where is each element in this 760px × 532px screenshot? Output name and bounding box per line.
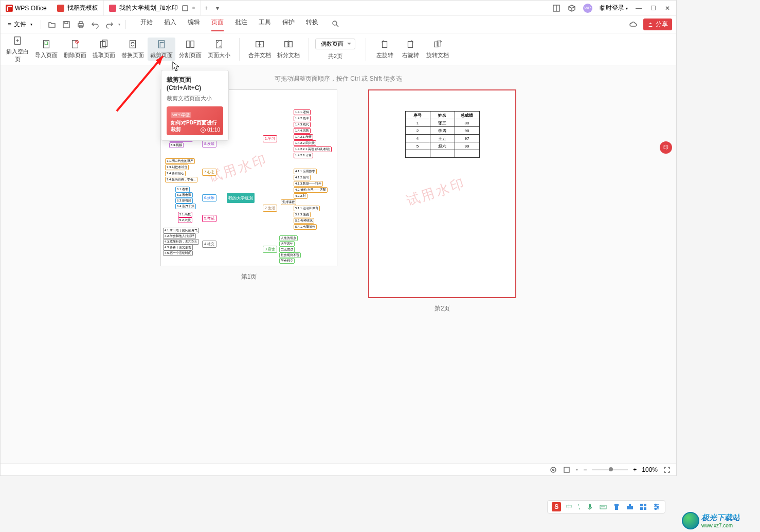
open-icon[interactable] bbox=[46, 19, 58, 30]
sogou-logo-icon[interactable]: S bbox=[552, 502, 561, 511]
app-menu[interactable]: ≡ 文件 ▾ bbox=[5, 20, 35, 29]
save-icon[interactable] bbox=[61, 19, 72, 30]
insert-blank-page-button[interactable]: 插入空白页 bbox=[4, 34, 31, 65]
split-page-button[interactable]: 分割页面 bbox=[176, 38, 204, 61]
view-single-icon[interactable] bbox=[549, 466, 557, 474]
user-avatar[interactable]: WP bbox=[583, 4, 592, 13]
close-button[interactable]: ✕ bbox=[664, 5, 671, 12]
app-brand: WPS Office bbox=[1, 1, 52, 15]
mm-leaf: 1.4.3.线代 bbox=[294, 122, 311, 127]
menu-protect[interactable]: 保护 bbox=[282, 18, 295, 31]
search-icon[interactable] bbox=[330, 18, 341, 29]
zoom-in-button[interactable]: + bbox=[633, 466, 637, 473]
extract-page-button[interactable]: 提取页面 bbox=[90, 38, 118, 61]
svg-rect-21 bbox=[102, 40, 107, 47]
settings-icon[interactable] bbox=[653, 503, 661, 511]
svg-rect-31 bbox=[289, 42, 292, 47]
expand-icon[interactable] bbox=[663, 466, 671, 474]
svg-rect-51 bbox=[640, 507, 643, 510]
ime-lang[interactable]: 中 bbox=[566, 503, 572, 511]
svg-rect-47 bbox=[627, 506, 633, 509]
svg-rect-44 bbox=[589, 504, 591, 508]
cloud-icon[interactable] bbox=[629, 21, 637, 29]
tooltip-tag: WPS学堂 bbox=[171, 112, 191, 118]
page-2-label: 第2页 bbox=[368, 304, 516, 313]
rotate-right-button[interactable]: 右旋转 bbox=[398, 38, 423, 61]
ime-toolbar[interactable]: S 中 ', bbox=[547, 500, 665, 513]
mm-leaf: 6.4.蒸汽干燥 bbox=[175, 204, 196, 209]
mm-node: 4.社交 bbox=[202, 241, 216, 248]
svg-point-37 bbox=[551, 467, 556, 472]
svg-rect-20 bbox=[101, 42, 105, 48]
maximize-button[interactable]: ☐ bbox=[649, 5, 657, 12]
shirt-icon[interactable] bbox=[612, 503, 621, 511]
svg-rect-50 bbox=[644, 504, 646, 506]
view-continuous-icon[interactable] bbox=[563, 466, 571, 474]
keyboard-icon[interactable] bbox=[599, 503, 607, 511]
cube-icon[interactable] bbox=[568, 4, 576, 12]
delete-page-button[interactable]: 删除页面 bbox=[61, 38, 89, 61]
watermark-fab[interactable]: 印 bbox=[660, 141, 672, 154]
import-page-button[interactable]: 导入页面 bbox=[32, 38, 60, 61]
menu-page[interactable]: 页面 bbox=[211, 18, 224, 31]
minimize-button[interactable]: — bbox=[635, 5, 642, 12]
tab-document[interactable]: 我的大学规划_加水印 bbox=[104, 1, 201, 15]
mm-leaf: 5.2.3.慢跑 bbox=[294, 212, 311, 217]
menu-insert[interactable]: 插入 bbox=[164, 18, 176, 31]
tab-label: 找稻壳模板 bbox=[67, 4, 98, 12]
tooltip-duration: 01:10 bbox=[201, 127, 220, 133]
svg-point-56 bbox=[655, 504, 657, 506]
mm-leaf: 5.1.高数 bbox=[178, 212, 192, 217]
site-name-cn: 极光下载站 bbox=[701, 513, 740, 523]
page-range-select[interactable]: 偶数页面 bbox=[315, 39, 355, 49]
share-button[interactable]: 分享 bbox=[643, 19, 672, 30]
rotate-doc-button[interactable]: 旋转文档 bbox=[424, 38, 451, 61]
menu-tools[interactable]: 工具 bbox=[259, 18, 271, 31]
rotate-left-button[interactable]: 左旋转 bbox=[372, 38, 397, 61]
split-doc-button[interactable]: 拆分文档 bbox=[275, 38, 302, 61]
svg-rect-26 bbox=[216, 41, 222, 48]
mm-leaf: 6.1.看书 bbox=[175, 187, 190, 192]
menu-tabs: 开始 插入 编辑 页面 批注 工具 保护 转换 bbox=[140, 18, 341, 31]
page-count-label: 共2页 bbox=[328, 52, 342, 60]
zoom-value: 100% bbox=[642, 466, 658, 473]
menu-start[interactable]: 开始 bbox=[140, 18, 153, 31]
wps-logo-icon bbox=[6, 5, 13, 12]
tab-menu-icon[interactable] bbox=[181, 4, 189, 12]
print-icon[interactable] bbox=[75, 19, 86, 30]
ime-punct[interactable]: ', bbox=[577, 503, 581, 510]
menu-edit[interactable]: 编辑 bbox=[188, 18, 200, 31]
mic-icon[interactable] bbox=[586, 503, 594, 511]
toolbox-icon[interactable] bbox=[626, 503, 634, 511]
grid-icon[interactable] bbox=[639, 503, 647, 511]
crop-tooltip: 裁剪页面 (Ctrl+Alt+C) 裁剪文档页面大小 WPS学堂 如何对PDF页… bbox=[161, 70, 229, 141]
zoom-slider[interactable] bbox=[592, 469, 628, 470]
mm-leaf: 8.3.视频 bbox=[169, 142, 184, 148]
layout-icon[interactable] bbox=[552, 4, 560, 12]
tab-dropdown[interactable]: ▾ bbox=[212, 5, 223, 12]
login-label[interactable]: 临时登录 ▾ bbox=[600, 4, 628, 12]
merge-doc-button[interactable]: 合并文档 bbox=[246, 38, 274, 61]
tab-templates[interactable]: 找稻壳模板 bbox=[52, 1, 104, 15]
qat-dropdown[interactable]: ▾ bbox=[118, 22, 120, 27]
redo-icon[interactable] bbox=[104, 19, 115, 30]
zoom-out-button[interactable]: − bbox=[583, 466, 587, 473]
menu-comment[interactable]: 批注 bbox=[235, 18, 247, 31]
crop-page-button[interactable]: 裁剪页面 bbox=[148, 38, 175, 61]
mm-leaf: 4.3.2.时 bbox=[294, 193, 307, 199]
replace-page-button[interactable]: 替换页面 bbox=[119, 38, 147, 61]
mm-leaf: 4.5.宿一个活动时间 bbox=[163, 250, 193, 256]
page-thumb-2[interactable]: 试用水印 序号姓名总成绩 1张三80 2李四98 4王五97 5赵六99 第2页 bbox=[368, 89, 516, 313]
undo-icon[interactable] bbox=[89, 19, 101, 30]
page-size-button[interactable]: 页面大小 bbox=[205, 38, 233, 61]
mm-leaf: 4.1.3.数据——打开 bbox=[294, 181, 323, 187]
menu-convert[interactable]: 转换 bbox=[306, 18, 318, 31]
mm-leaf: 4.3.要勇于去交朋友 bbox=[163, 245, 193, 250]
page-selector: 偶数页面 共2页 bbox=[315, 39, 355, 60]
svg-rect-33 bbox=[382, 42, 387, 48]
svg-marker-41 bbox=[203, 129, 204, 131]
new-tab-button[interactable]: ＋ bbox=[201, 4, 212, 12]
mm-node: 6.娱乐 bbox=[202, 194, 216, 201]
app-name: WPS Office bbox=[15, 5, 47, 12]
tooltip-video-card[interactable]: WPS学堂 如何对PDF页面进行裁剪 01:10 bbox=[167, 106, 223, 135]
